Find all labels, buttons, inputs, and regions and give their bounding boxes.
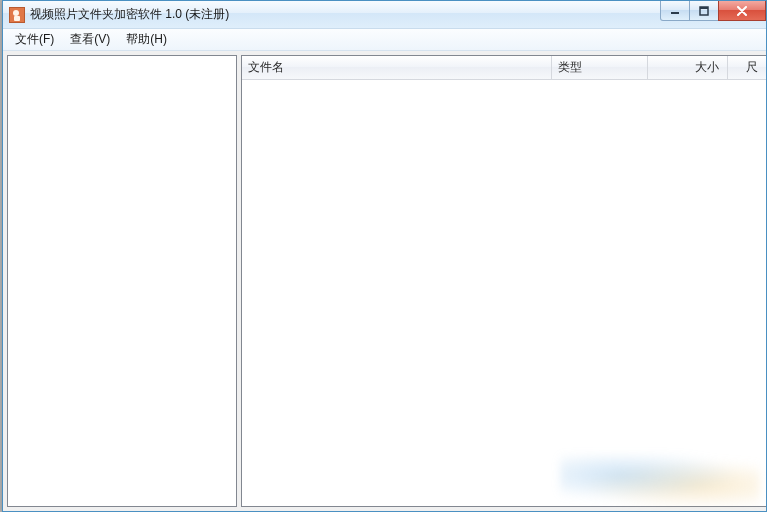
list-header: 文件名 类型 大小 尺 bbox=[242, 56, 766, 80]
minimize-icon bbox=[670, 6, 680, 16]
svg-rect-0 bbox=[671, 12, 679, 14]
column-type[interactable]: 类型 bbox=[552, 56, 648, 79]
column-size[interactable]: 大小 bbox=[648, 56, 728, 79]
column-filename[interactable]: 文件名 bbox=[242, 56, 552, 79]
client-area: 文件名 类型 大小 尺 bbox=[3, 51, 766, 511]
list-body[interactable] bbox=[242, 80, 766, 506]
window-title: 视频照片文件夹加密软件 1.0 (未注册) bbox=[30, 6, 229, 23]
menu-view[interactable]: 查看(V) bbox=[62, 29, 118, 50]
titlebar[interactable]: 视频照片文件夹加密软件 1.0 (未注册) bbox=[3, 1, 766, 29]
list-pane: 文件名 类型 大小 尺 bbox=[241, 55, 766, 507]
menu-help[interactable]: 帮助(H) bbox=[118, 29, 175, 50]
close-button[interactable] bbox=[718, 1, 766, 21]
maximize-icon bbox=[699, 6, 709, 16]
close-icon bbox=[736, 6, 748, 16]
menubar: 文件(F) 查看(V) 帮助(H) bbox=[3, 29, 766, 51]
minimize-button[interactable] bbox=[660, 1, 690, 21]
app-window: 视频照片文件夹加密软件 1.0 (未注册) 文件(F) 查看(V) bbox=[2, 0, 767, 512]
tree-pane[interactable] bbox=[7, 55, 237, 507]
lock-app-icon bbox=[9, 7, 25, 23]
maximize-button[interactable] bbox=[689, 1, 719, 21]
column-extra[interactable]: 尺 bbox=[728, 56, 766, 79]
menu-file[interactable]: 文件(F) bbox=[7, 29, 62, 50]
window-controls bbox=[661, 1, 766, 21]
svg-rect-2 bbox=[700, 7, 708, 9]
